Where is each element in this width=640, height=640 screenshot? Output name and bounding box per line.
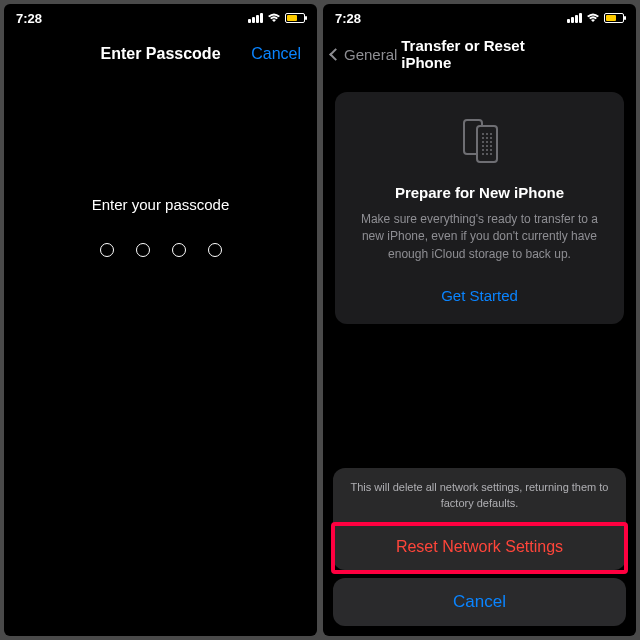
signal-icon	[248, 13, 263, 23]
wifi-icon	[267, 13, 281, 23]
nav-bar: Enter Passcode Cancel	[4, 32, 317, 76]
passcode-screen: 7:28 Enter Passcode Cancel Enter your pa…	[4, 4, 317, 636]
passcode-dot	[100, 243, 114, 257]
chevron-left-icon	[329, 48, 342, 61]
status-indicators	[567, 13, 624, 23]
svg-point-7	[490, 137, 492, 139]
wifi-icon	[586, 13, 600, 23]
status-bar: 7:28	[323, 4, 636, 32]
cancel-button[interactable]: Cancel	[251, 45, 301, 63]
passcode-dot	[136, 243, 150, 257]
svg-point-3	[486, 133, 488, 135]
svg-point-5	[482, 137, 484, 139]
passcode-prompt: Enter your passcode	[4, 196, 317, 213]
prepare-card: Prepare for New iPhone Make sure everyth…	[335, 92, 624, 324]
svg-point-6	[486, 137, 488, 139]
reset-screen: 7:28 General Transfer or Reset iPhone	[323, 4, 636, 636]
svg-point-18	[486, 153, 488, 155]
svg-point-12	[486, 145, 488, 147]
signal-icon	[567, 13, 582, 23]
svg-point-17	[482, 153, 484, 155]
prepare-description: Make sure everything's ready to transfer…	[349, 211, 610, 263]
status-bar: 7:28	[4, 4, 317, 32]
svg-point-19	[490, 153, 492, 155]
status-indicators	[248, 13, 305, 23]
action-sheet-cancel-button[interactable]: Cancel	[333, 578, 626, 626]
reset-network-settings-button[interactable]: Reset Network Settings	[333, 524, 626, 570]
action-sheet-label: This will delete all network settings, r…	[333, 468, 626, 524]
svg-point-16	[490, 149, 492, 151]
get-started-link[interactable]: Get Started	[349, 287, 610, 304]
page-title: Transfer or Reset iPhone	[401, 37, 558, 71]
devices-icon	[349, 112, 610, 168]
back-button[interactable]: General	[331, 46, 397, 63]
svg-point-11	[482, 145, 484, 147]
status-time: 7:28	[335, 11, 361, 26]
svg-point-8	[482, 141, 484, 143]
svg-point-10	[490, 141, 492, 143]
nav-bar: General Transfer or Reset iPhone	[323, 32, 636, 76]
page-title: Enter Passcode	[100, 45, 220, 63]
svg-point-15	[486, 149, 488, 151]
svg-point-2	[482, 133, 484, 135]
passcode-dot	[208, 243, 222, 257]
passcode-dot	[172, 243, 186, 257]
svg-point-14	[482, 149, 484, 151]
battery-icon	[604, 13, 624, 23]
back-label: General	[344, 46, 397, 63]
prepare-title: Prepare for New iPhone	[349, 184, 610, 201]
status-time: 7:28	[16, 11, 42, 26]
passcode-dots	[4, 243, 317, 257]
svg-rect-1	[477, 126, 497, 162]
action-sheet-group: This will delete all network settings, r…	[333, 468, 626, 570]
svg-point-4	[490, 133, 492, 135]
svg-point-9	[486, 141, 488, 143]
svg-point-13	[490, 145, 492, 147]
battery-icon	[285, 13, 305, 23]
action-sheet: This will delete all network settings, r…	[333, 468, 626, 626]
passcode-area: Enter your passcode	[4, 196, 317, 257]
